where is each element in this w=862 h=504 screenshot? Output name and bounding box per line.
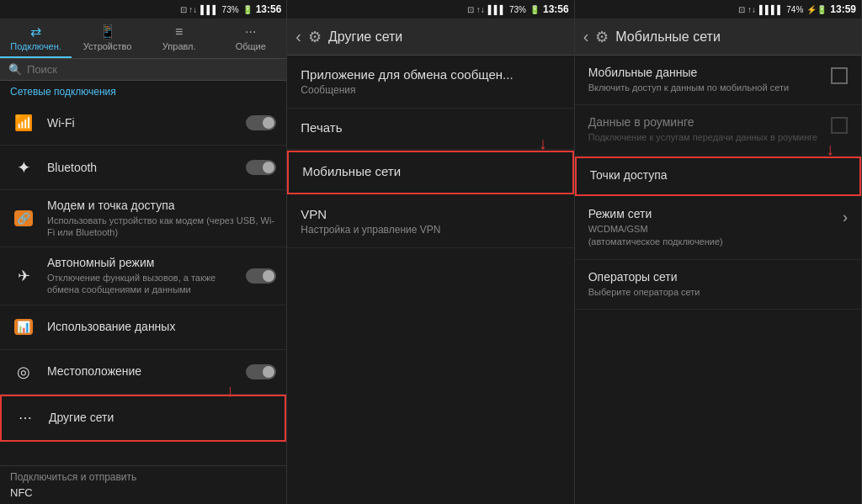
vpn-title: VPN (301, 207, 560, 221)
menu-item-messages[interactable]: Приложение для обмена сообщен... Сообщен… (287, 56, 573, 109)
roaming-subtitle: Подключение к услугам передачи данных в … (588, 131, 822, 144)
airplane-subtitle: Отключение функций вызовов, а также обме… (47, 272, 246, 296)
othernets-icon: ⋯ (12, 405, 39, 432)
status-bar-2: ⊡ ↑↓ ▌▌▌ 73% 🔋 13:56 (287, 0, 573, 19)
tab-device[interactable]: 📱 Устройство (72, 19, 143, 58)
print-title: Печать (301, 120, 560, 135)
bottom-section-1: Подключиться и отправить NFC (0, 465, 286, 504)
status-bar-3: ⊡ ↑↓ ▌▌▌▌ 74% ⚡🔋 13:59 (575, 0, 861, 19)
back-button-2[interactable]: ‹ (295, 27, 301, 46)
datausage-title: Использование данных (47, 320, 276, 334)
status-bar-1: ⊡ ↑↓ ▌▌▌ 73% 🔋 13:56 (0, 0, 286, 19)
bt-title: Bluetooth (47, 161, 246, 175)
p3-item-operators[interactable]: Операторы сети Выберите оператора сети (575, 260, 861, 310)
accesspoints-title: Точки доступа (590, 168, 846, 182)
airplane-icon: ✈ (10, 263, 37, 289)
operators-subtitle: Выберите оператора сети (588, 286, 848, 299)
tab-general-label: Общие (236, 41, 266, 51)
nfc-label: NFC (10, 486, 276, 499)
p3-item-accesspoints[interactable]: Точки доступа ↓ (575, 157, 861, 196)
modem-title: Модем и точка доступа (47, 199, 276, 213)
time-1: 13:56 (256, 3, 282, 15)
time-3: 13:59 (830, 3, 856, 15)
networkmode-arrow: › (843, 209, 848, 226)
panel-othernets: ⊡ ↑↓ ▌▌▌ 73% 🔋 13:56 ‹ ⚙ Другие сети При… (287, 0, 574, 504)
settings-item-wifi[interactable]: 📶 Wi-Fi (0, 101, 286, 146)
section-header-networks: Сетевые подключения (0, 81, 286, 101)
tab-general-icon: ··· (245, 24, 256, 40)
red-arrow-1: ↓ (226, 381, 234, 401)
search-input-1[interactable] (27, 63, 278, 76)
tab-connections-icon: ⇄ (30, 24, 41, 40)
tab-device-icon: 📱 (99, 24, 116, 40)
wifi-toggle[interactable] (246, 115, 276, 130)
operators-title: Операторы сети (588, 270, 848, 284)
tab-connections[interactable]: ⇄ Подключен. (0, 19, 72, 58)
othernets-title: Другие сети (49, 411, 274, 425)
battery-pct-3: 74% (786, 5, 803, 14)
status-icons-2: ⊡ ↑↓ (467, 5, 485, 14)
wifi-icon: 📶 (10, 109, 37, 136)
tab-device-label: Устройство (83, 41, 132, 51)
battery-icon-2: 🔋 (529, 5, 540, 14)
settings-item-airplane[interactable]: ✈ Автономный режим Отключение функций вы… (0, 247, 286, 305)
mobiledata-subtitle: Включить доступ к данным по мобильной се… (588, 82, 822, 94)
roaming-checkbox[interactable] (831, 117, 848, 134)
signal-1: ▌▌▌ (200, 5, 218, 14)
settings-item-datausage[interactable]: 📊 Использование данных (0, 305, 286, 350)
menu-item-mobilenets[interactable]: Мобильные сети ↓ (287, 151, 573, 194)
location-title: Местоположение (47, 364, 246, 379)
battery-pct-2: 73% (509, 5, 526, 14)
status-icons-1: ⊡ ↑↓ (180, 5, 198, 14)
airplane-toggle[interactable] (246, 268, 276, 284)
menu-list-2: Приложение для обмена сообщен... Сообщен… (287, 56, 573, 504)
menu-item-print[interactable]: Печать (287, 109, 573, 150)
tab-control-label: Управл. (162, 41, 196, 51)
settings-item-bluetooth[interactable]: ✦ Bluetooth (0, 146, 286, 190)
wifi-title: Wi-Fi (47, 116, 246, 130)
networkmode-subtitle: WCDMA/GSM(автоматическое подключение) (588, 223, 834, 249)
search-bar-1: 🔍 (0, 59, 286, 81)
search-icon-1: 🔍 (8, 63, 22, 76)
tab-control-icon: ≡ (175, 24, 183, 40)
panel-connections: ⊡ ↑↓ ▌▌▌ 73% 🔋 13:56 ⇄ Подключен. 📱 Устр… (0, 0, 287, 504)
datausage-icon: 📊 (10, 314, 37, 341)
action-bar-title-2: Другие сети (328, 29, 402, 45)
red-arrow-2: ↓ (539, 134, 547, 153)
battery-icon-3: ⚡🔋 (806, 5, 827, 14)
airplane-title: Автономный режим (47, 256, 246, 270)
tab-general[interactable]: ··· Общие (215, 19, 286, 58)
action-bar-3: ‹ ⚙ Мобильные сети (575, 19, 861, 56)
battery-icon-1: 🔋 (242, 5, 253, 14)
settings-list-1: 📶 Wi-Fi ✦ Bluetooth 🔗 Модем и точка дост… (0, 101, 286, 465)
mobiledata-checkbox[interactable] (831, 67, 848, 84)
tab-control[interactable]: ≡ Управл. (143, 19, 215, 58)
p3-item-mobiledata[interactable]: Мобильные данные Включить доступ к данны… (575, 56, 861, 105)
bt-toggle[interactable] (246, 160, 276, 175)
networkmode-title: Режим сети (588, 207, 834, 220)
mobilenets-title: Мобильные сети (302, 164, 558, 178)
p3-item-roaming[interactable]: Данные в роуминге Подключение к услугам … (575, 105, 861, 155)
messages-title: Приложение для обмена сообщен... (301, 67, 560, 82)
action-bar-title-3: Мобильные сети (615, 29, 721, 45)
location-icon: ◎ (10, 358, 37, 385)
menu-list-3: Мобильные данные Включить доступ к данны… (575, 56, 861, 504)
modem-subtitle: Использовать устройство как модем (через… (47, 215, 276, 239)
bottom-label-1: Подключиться и отправить (10, 471, 276, 483)
bt-icon: ✦ (10, 154, 37, 181)
red-arrow-3: ↓ (826, 140, 834, 159)
p3-item-networkmode[interactable]: Режим сети WCDMA/GSM(автоматическое подк… (575, 197, 861, 260)
tab-connections-label: Подключен. (10, 41, 61, 51)
modem-icon: 🔗 (10, 205, 37, 232)
settings-item-othernets[interactable]: ⋯ Другие сети ↓ (0, 395, 286, 442)
location-toggle[interactable] (246, 364, 276, 379)
status-icons-3: ⊡ ↑↓ (738, 5, 756, 14)
settings-item-modem[interactable]: 🔗 Модем и точка доступа Использовать уст… (0, 190, 286, 247)
roaming-title: Данные в роуминге (588, 115, 822, 129)
panel-mobilenets: ⊡ ↑↓ ▌▌▌▌ 74% ⚡🔋 13:59 ‹ ⚙ Мобильные сет… (575, 0, 862, 504)
settings-item-location[interactable]: ◎ Местоположение (0, 350, 286, 395)
back-button-3[interactable]: ‹ (583, 27, 589, 46)
menu-item-vpn[interactable]: VPN Настройка и управление VPN (287, 195, 573, 248)
signal-3: ▌▌▌▌ (759, 5, 783, 14)
gear-icon-3: ⚙ (595, 28, 609, 46)
